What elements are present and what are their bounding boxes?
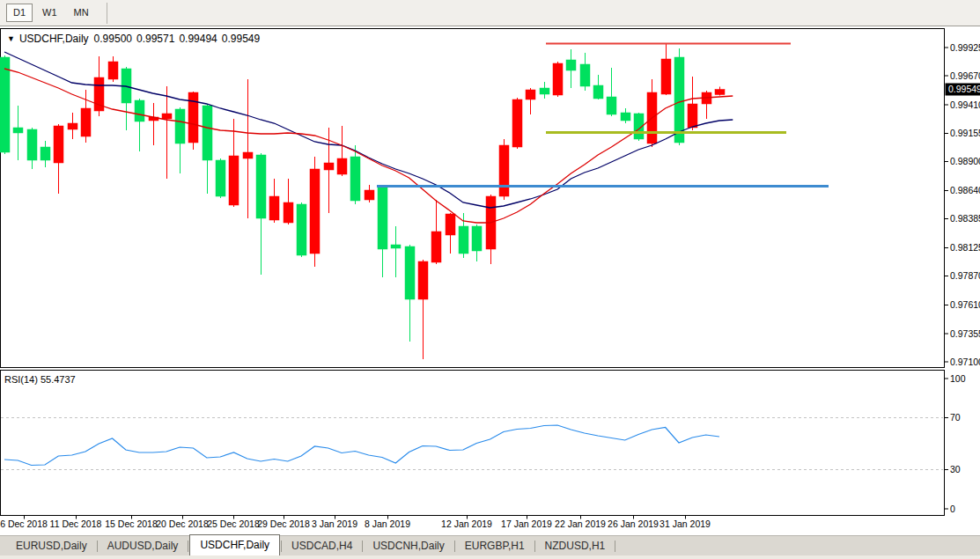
candle-body	[391, 245, 401, 248]
price-tick-label: 0.99925	[950, 42, 980, 53]
price-tick-label: 0.97610	[950, 299, 980, 310]
candle-body	[593, 85, 603, 99]
chart-tab-eurusd-daily[interactable]: EURUSD,Daily	[7, 537, 96, 555]
chart-tab-usdcnh-daily[interactable]: USDCNH,Daily	[364, 537, 453, 555]
date-tick-label: 15 Dec 2018	[105, 519, 158, 529]
candle-body	[378, 187, 387, 249]
rsi-tick-label: 30	[950, 464, 961, 474]
chart-tab-audusd-daily[interactable]: AUDUSD,Daily	[99, 537, 188, 555]
candle-body	[0, 57, 10, 152]
current-price-badge-value: 0.99549	[948, 84, 980, 94]
chart-tab-eurgbp-h1[interactable]: EURGBP,H1	[456, 537, 534, 555]
candle-body	[661, 59, 671, 94]
price-tick-label: 0.99670	[950, 70, 980, 81]
candle-body	[324, 163, 334, 170]
candle-body	[284, 202, 293, 223]
candle-body	[256, 155, 266, 218]
candle-body	[526, 90, 535, 99]
timeframe-button-w1[interactable]: W1	[35, 4, 64, 22]
candle-body	[297, 204, 306, 255]
price-tick-label: 0.99155	[950, 128, 980, 138]
symbol-label: USDCHF,Daily	[19, 33, 89, 45]
price-tick-label: 0.98385	[950, 213, 980, 224]
date-tick-label: 29 Dec 2018	[257, 519, 310, 529]
chart-tab-nzdusd-h1[interactable]: NZDUSD,H1	[536, 537, 615, 555]
ohlc-open: 0.99500	[94, 33, 132, 45]
chart-tab-usdcad-h4[interactable]: USDCAD,H4	[283, 537, 361, 555]
date-tick-label: 25 Dec 2018	[207, 519, 260, 529]
candle-body	[81, 108, 91, 136]
price-tick-label: 0.97100	[950, 357, 980, 367]
tab-divider	[615, 541, 615, 552]
tab-divider	[97, 541, 98, 552]
candle-body	[674, 57, 684, 143]
price-tick-label: 0.98125	[950, 242, 980, 253]
candle-body	[54, 126, 63, 163]
date-tick-label: 3 Jan 2019	[312, 519, 357, 529]
candle-body	[365, 190, 374, 200]
candle-body	[41, 147, 50, 160]
candle-body	[431, 232, 441, 262]
candle-body	[580, 64, 590, 86]
candle-body	[350, 157, 360, 201]
candle-body	[553, 63, 563, 95]
candle-body	[418, 261, 428, 299]
rsi-tick-label: 0	[950, 504, 955, 514]
candle-body	[512, 99, 522, 147]
ohlc-close: 0.99549	[222, 33, 260, 45]
date-tick-label: 6 Dec 2018	[0, 519, 48, 529]
candle-body	[337, 158, 347, 174]
bottom-strip	[0, 555, 980, 559]
candle-body	[216, 160, 225, 196]
price-tick-label: 0.98900	[950, 156, 980, 166]
rsi-axis: 10070300	[945, 373, 966, 514]
rsi-tick-label: 70	[950, 412, 961, 423]
price-tick-label: 0.97870	[950, 270, 980, 281]
timeframe-button-d1[interactable]: D1	[6, 4, 33, 22]
rsi-panel-frame	[1, 371, 945, 516]
price-tick-label: 0.98640	[950, 185, 980, 195]
tab-divider	[362, 541, 363, 552]
tab-divider	[188, 541, 188, 552]
candle-body	[27, 129, 37, 160]
ohlc-high: 0.99571	[136, 33, 174, 45]
candle-body	[540, 88, 549, 94]
date-tick-label: 12 Jan 2019	[441, 519, 492, 529]
date-tick-label: 26 Jan 2019	[608, 519, 659, 529]
candle-body	[243, 152, 253, 158]
candle-body	[162, 114, 172, 119]
candle-body	[621, 113, 630, 121]
price-tick-label: 0.97355	[950, 328, 980, 339]
chart-canvas[interactable]: 0.999250.996700.994100.991550.989000.986…	[0, 0, 980, 559]
candle-body	[405, 246, 415, 299]
date-tick-label: 20 Dec 2018	[156, 519, 209, 529]
candle-body	[446, 214, 455, 235]
date-tick-label: 8 Jan 2019	[365, 519, 410, 529]
chart-title: ▼ USDCHF,Daily 0.99500 0.99571 0.99494 0…	[7, 33, 260, 45]
candle-body	[269, 196, 279, 220]
toolbar-separator	[107, 3, 107, 24]
chart-tab-usdchf-daily[interactable]: USDCHF,Daily	[189, 534, 280, 556]
date-axis: 6 Dec 201811 Dec 201815 Dec 201820 Dec 2…	[0, 516, 711, 530]
candle-body	[715, 90, 725, 95]
candle-body	[135, 100, 144, 121]
candle-body	[203, 106, 212, 160]
candle-body	[68, 123, 77, 129]
date-tick-label: 17 Jan 2019	[501, 519, 552, 529]
candle-body	[108, 62, 118, 79]
tab-divider	[454, 541, 455, 552]
timeframe-button-mn[interactable]: MN	[67, 4, 96, 22]
symbol-dropdown-icon[interactable]: ▼	[7, 34, 15, 43]
current-price-badge: 0.99549	[946, 84, 980, 96]
candle-body	[13, 128, 23, 133]
candle-body	[229, 156, 239, 205]
rsi-indicator-label: RSI(14) 55.4737	[4, 374, 76, 385]
candle-body	[499, 145, 509, 196]
chart-tab-bar: EURUSD,DailyAUDUSD,DailyUSDCHF,DailyUSDC…	[0, 535, 980, 555]
ohlc-low: 0.99494	[179, 33, 217, 45]
candle-body	[472, 226, 482, 251]
rsi-tick-label: 100	[950, 373, 966, 384]
price-panel-frame	[1, 29, 945, 368]
date-tick-label: 22 Jan 2019	[555, 519, 606, 529]
date-tick-label: 11 Dec 2018	[50, 519, 102, 529]
